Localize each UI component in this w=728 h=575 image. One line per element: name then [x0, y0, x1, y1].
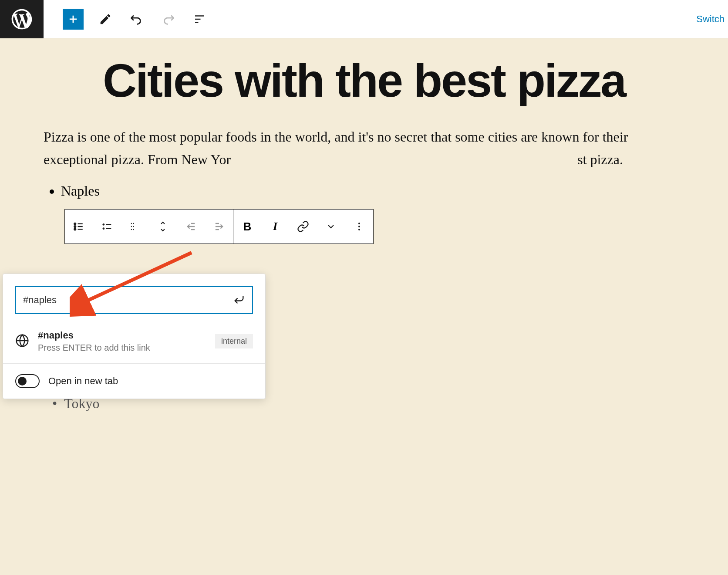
svg-point-11 — [133, 226, 134, 227]
svg-point-13 — [358, 223, 360, 224]
editor-canvas: Cities with the best pizza Pizza is one … — [0, 38, 728, 199]
link-button[interactable] — [289, 210, 317, 244]
ordered-list-button[interactable] — [121, 210, 149, 244]
link-url-input-wrap — [15, 286, 253, 314]
svg-point-1 — [74, 226, 76, 227]
open-new-tab-label: Open in new tab — [48, 375, 118, 387]
italic-button[interactable]: I — [261, 210, 289, 244]
unordered-list-button[interactable] — [93, 210, 121, 244]
switch-link[interactable]: Switch — [696, 14, 728, 25]
redo-button[interactable] — [158, 10, 178, 29]
outdent-button[interactable] — [177, 210, 205, 244]
more-formatting-button[interactable] — [317, 210, 345, 244]
link-suggestion[interactable]: #naples Press ENTER to add this link int… — [3, 323, 265, 364]
tools-button[interactable] — [96, 10, 115, 29]
undo-button[interactable] — [127, 10, 146, 29]
svg-point-10 — [133, 223, 134, 224]
svg-point-2 — [74, 228, 76, 230]
submit-link-icon[interactable] — [233, 293, 245, 307]
svg-point-14 — [358, 226, 360, 227]
editor-topbar: Switch — [0, 0, 728, 38]
list-item[interactable]: Naples — [61, 183, 684, 199]
document-overview-button[interactable] — [190, 10, 209, 29]
internal-badge: internal — [215, 334, 253, 348]
post-title[interactable]: Cities with the best pizza — [44, 56, 684, 105]
bold-button[interactable]: B — [233, 210, 261, 244]
move-button[interactable] — [149, 210, 177, 244]
paragraph-text-end: st pizza. — [577, 152, 623, 167]
wordpress-logo[interactable] — [0, 0, 44, 38]
paragraph-text-start: Pizza is one of the most popular foods i… — [44, 129, 628, 167]
suggestion-title: #naples — [38, 330, 206, 341]
open-new-tab-row: Open in new tab — [3, 364, 265, 399]
post-paragraph[interactable]: Pizza is one of the most popular foods i… — [44, 126, 684, 170]
editor-toolbar — [44, 9, 209, 30]
svg-point-4 — [103, 227, 105, 230]
block-toolbar: B I — [64, 209, 374, 244]
svg-rect-5 — [106, 224, 111, 225]
svg-rect-6 — [106, 228, 111, 229]
link-url-input[interactable] — [23, 294, 233, 306]
bullet-list[interactable]: Naples — [44, 183, 684, 199]
svg-point-15 — [358, 229, 360, 230]
indent-button[interactable] — [205, 210, 233, 244]
svg-point-3 — [103, 223, 105, 226]
add-block-button[interactable] — [63, 9, 84, 30]
suggestion-hint: Press ENTER to add this link — [38, 343, 206, 353]
globe-icon — [15, 334, 29, 349]
list-block-icon[interactable] — [65, 210, 93, 244]
link-popover: #naples Press ENTER to add this link int… — [3, 274, 266, 399]
svg-point-9 — [131, 229, 132, 230]
svg-point-7 — [131, 223, 132, 224]
svg-point-8 — [131, 226, 132, 227]
svg-point-0 — [74, 223, 76, 225]
svg-point-12 — [133, 229, 134, 230]
open-new-tab-toggle[interactable] — [15, 374, 40, 388]
more-options-button[interactable] — [345, 210, 373, 244]
